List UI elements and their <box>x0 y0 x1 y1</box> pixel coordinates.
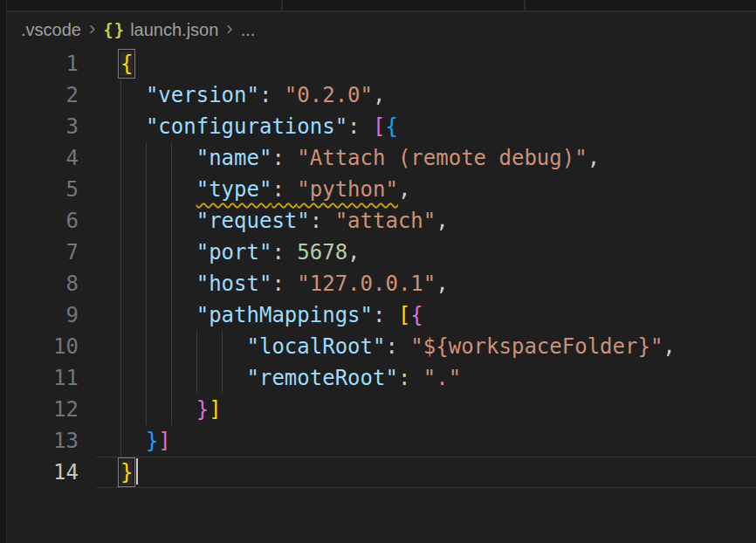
token-punct: : <box>385 334 410 359</box>
line-number-10[interactable]: 10 <box>7 331 96 362</box>
indent-guide <box>120 111 121 142</box>
code-text: "localRoot": "${workspaceFolder}", <box>120 334 676 359</box>
indent-guide <box>222 331 223 362</box>
code-line-5[interactable]: 5 "type": "python", <box>7 174 756 205</box>
code-content-2[interactable]: "version": "0.2.0", <box>96 79 756 111</box>
token-punct: : <box>398 366 423 390</box>
indent-guide <box>120 362 121 394</box>
code-text: "pathMappings": [{ <box>120 303 423 327</box>
line-number-5[interactable]: 5 <box>7 174 96 205</box>
token-b3: } <box>146 429 158 453</box>
code-line-14[interactable]: 14} <box>7 457 756 488</box>
breadcrumb-separator-icon: › <box>226 19 232 41</box>
line-number-13[interactable]: 13 <box>7 425 96 457</box>
code-line-12[interactable]: 12 }] <box>7 394 756 425</box>
code-line-9[interactable]: 9 "pathMappings": [{ <box>7 299 756 331</box>
breadcrumb-item-vscode-folder[interactable]: .vscode <box>21 20 81 40</box>
tab-bar[interactable] <box>7 0 756 12</box>
code-content-4[interactable]: "name": "Attach (remote debug)", <box>96 142 756 174</box>
code-line-13[interactable]: 13 }] <box>7 425 756 457</box>
code-line-11[interactable]: 11 "remoteRoot": "." <box>7 362 756 394</box>
code-area[interactable]: 1{2 "version": "0.2.0",3 "configurations… <box>7 48 756 488</box>
text-cursor <box>136 458 138 485</box>
breadcrumb-item-symbol-path[interactable]: ... <box>241 20 256 40</box>
token-punct: : <box>310 209 335 233</box>
code-text: "type": "python", <box>120 177 410 202</box>
line-number-6[interactable]: 6 <box>7 205 96 237</box>
warning-token: "type" <box>196 177 272 202</box>
indent-guide <box>171 142 172 174</box>
code-content-7[interactable]: "port": 5678, <box>96 237 756 268</box>
code-content-14[interactable]: } <box>96 457 756 488</box>
token-key: "localRoot" <box>247 334 386 359</box>
code-content-11[interactable]: "remoteRoot": "." <box>96 362 756 394</box>
code-content-8[interactable]: "host": "127.0.0.1", <box>96 268 756 299</box>
token-key: "host" <box>196 272 272 296</box>
indent-guide <box>196 331 197 362</box>
code-text: "configurations": [{ <box>120 114 398 139</box>
line-number-1[interactable]: 1 <box>7 48 96 79</box>
token-b2: ] <box>158 429 170 453</box>
code-content-13[interactable]: }] <box>96 425 756 457</box>
token-key: "configurations" <box>146 114 347 139</box>
indent-guide <box>146 268 147 299</box>
token-punct: , <box>588 146 600 170</box>
indent-guide <box>171 205 172 237</box>
code-content-3[interactable]: "configurations": [{ <box>96 111 756 142</box>
matched-bracket: } <box>120 460 133 485</box>
indent-guide <box>171 362 172 394</box>
line-number-3[interactable]: 3 <box>7 111 96 142</box>
indent-guide <box>171 394 172 425</box>
token-str: "Attach (remote debug)" <box>297 146 587 170</box>
code-text: } <box>120 460 138 485</box>
breadcrumb: .vscode›{}launch.json›... <box>7 12 756 47</box>
code-text: { <box>120 52 133 76</box>
code-content-6[interactable]: "request": "attach", <box>96 205 756 237</box>
line-number-11[interactable]: 11 <box>7 362 96 394</box>
line-number-2[interactable]: 2 <box>7 79 96 111</box>
token-b1: [ <box>398 303 410 327</box>
line-number-14[interactable]: 14 <box>7 457 96 488</box>
line-number-7[interactable]: 7 <box>7 237 96 268</box>
indent-guide <box>171 268 172 299</box>
token-punct: : <box>271 272 297 296</box>
sidebar-edge <box>0 0 7 543</box>
code-text: "version": "0.2.0", <box>120 83 385 107</box>
token-key: "name" <box>196 146 272 170</box>
code-line-2[interactable]: 2 "version": "0.2.0", <box>7 79 756 111</box>
token-str: "." <box>423 366 461 390</box>
line-number-8[interactable]: 8 <box>7 268 96 299</box>
token-key: "request" <box>196 209 310 233</box>
code-content-9[interactable]: "pathMappings": [{ <box>96 299 756 331</box>
line-number-12[interactable]: 12 <box>7 394 96 425</box>
code-text: }] <box>120 429 171 453</box>
code-line-3[interactable]: 3 "configurations": [{ <box>7 111 756 142</box>
code-line-8[interactable]: 8 "host": "127.0.0.1", <box>7 268 756 299</box>
token-b1: ] <box>209 397 221 422</box>
token-key: "version" <box>146 83 259 107</box>
indent-guide <box>146 362 147 394</box>
code-line-1[interactable]: 1{ <box>7 48 756 79</box>
code-content-1[interactable]: { <box>96 48 756 79</box>
indent-guide <box>146 174 147 205</box>
code-content-10[interactable]: "localRoot": "${workspaceFolder}", <box>96 331 756 362</box>
code-line-6[interactable]: 6 "request": "attach", <box>7 205 756 237</box>
indent-guide <box>120 299 121 331</box>
line-number-4[interactable]: 4 <box>7 142 96 174</box>
token-key: "remoteRoot" <box>247 366 398 390</box>
warning-token: "python" <box>297 177 398 202</box>
line-number-9[interactable]: 9 <box>7 299 96 331</box>
indent-guide <box>120 205 121 237</box>
breadcrumb-item-launch-json-file[interactable]: {}launch.json <box>103 20 218 40</box>
code-line-4[interactable]: 4 "name": "Attach (remote debug)", <box>7 142 756 174</box>
code-line-7[interactable]: 7 "port": 5678, <box>7 237 756 268</box>
code-line-10[interactable]: 10 "localRoot": "${workspaceFolder}", <box>7 331 756 362</box>
code-content-12[interactable]: }] <box>96 394 756 425</box>
token-punct: : <box>347 114 373 139</box>
indent-guide <box>171 174 172 205</box>
token-b2: } <box>196 397 209 422</box>
tab-divider <box>524 0 526 10</box>
token-punct: , <box>347 240 360 265</box>
token-key: "pathMappings" <box>196 303 373 327</box>
code-content-5[interactable]: "type": "python", <box>96 174 756 205</box>
